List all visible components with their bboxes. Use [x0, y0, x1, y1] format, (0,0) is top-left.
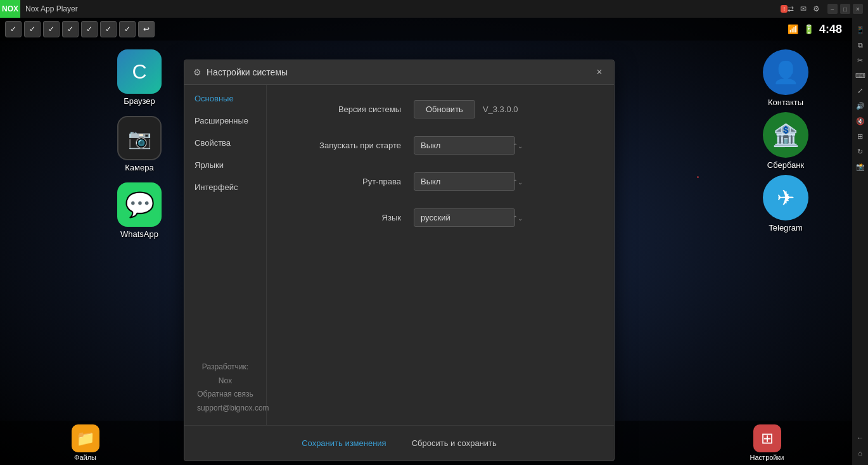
files-icon: 📁: [72, 424, 99, 452]
sidebar-phone-btn[interactable]: 📱: [853, 23, 867, 37]
checkbox-3[interactable]: ✓: [43, 21, 60, 37]
desktop-icons-left: C Браузер 📷 Камера 💬 WhatsApp: [114, 49, 165, 239]
checkbox-7[interactable]: ✓: [119, 21, 136, 37]
root-select[interactable]: Выкл Вкл: [414, 172, 515, 191]
checkbox-4[interactable]: ✓: [62, 21, 79, 37]
dialog-close-button[interactable]: ×: [594, 67, 605, 78]
emulator-taskbar-top: ✓ ✓ ✓ ✓ ✓ ✓ ✓ ↩ 📶 🔋 4:48: [0, 18, 852, 41]
language-select[interactable]: русский English 中文: [414, 208, 515, 227]
whatsapp-label: WhatsApp: [120, 229, 158, 239]
sidebar-keyboard-btn[interactable]: ⌨: [853, 68, 867, 82]
autostart-row: Запускать при старте Выкл Вкл: [287, 136, 594, 155]
checkbox-8[interactable]: ↩: [138, 21, 155, 37]
telegram-app[interactable]: ✈ Telegram: [757, 175, 814, 232]
app-logo: NOX: [0, 0, 20, 18]
checkbox-5[interactable]: ✓: [81, 21, 98, 37]
dialog-nav: Основные Расширенные Свойства Ярлыки Инт…: [184, 85, 267, 425]
sberbank-label: Сбербанк: [767, 160, 804, 170]
whatsapp-app[interactable]: 💬 WhatsApp: [114, 182, 165, 239]
sberbank-icon: 🏦: [763, 112, 808, 158]
notification-badge: !: [781, 5, 788, 13]
gear-icon: ⚙: [193, 67, 201, 77]
nav-properties[interactable]: Свойства: [184, 132, 266, 154]
nav-advanced[interactable]: Расширенные: [184, 110, 266, 132]
sidebar-volume-btn[interactable]: 🔊: [853, 99, 867, 113]
dialog-bottom-bar: Сохранить изменения Сбросить и сохранить: [184, 425, 614, 461]
language-label: Язык: [287, 213, 401, 222]
browser-app[interactable]: C Браузер: [114, 49, 165, 106]
titlebar: NOX Nox App Player ! ⇄ ✉ ⚙ − □ ×: [0, 0, 868, 18]
sidebar-home-btn[interactable]: ⌂: [853, 446, 867, 460]
titlebar-icons: ⇄ ✉ ⚙: [788, 4, 820, 13]
nav-basic[interactable]: Основные: [184, 87, 266, 110]
contacts-app[interactable]: 👤 Контакты: [757, 49, 814, 107]
sidebar-rotate-btn[interactable]: ↻: [853, 144, 867, 158]
right-sidebar: 📱 ⧉ ✂ ⌨ ⤢ 🔊 🔇 ⊞ ↻ 📸 ← ⌂: [852, 18, 868, 465]
contacts-label: Контакты: [768, 98, 803, 107]
window-controls: − □ ×: [827, 4, 863, 14]
emulator-area: ✓ ✓ ✓ ✓ ✓ ✓ ✓ ↩ 📶 🔋 4:48 C Браузер 📷 Кам…: [0, 18, 852, 465]
dialog-titlebar: ⚙ Настройки системы ×: [184, 60, 614, 85]
settings-icon[interactable]: ⚙: [813, 4, 820, 13]
dialog-body: Основные Расширенные Свойства Ярлыки Инт…: [184, 85, 614, 425]
contacts-icon: 👤: [763, 49, 808, 95]
sidebar-scissors-btn[interactable]: ✂: [853, 53, 867, 67]
checkbox-1[interactable]: ✓: [5, 21, 22, 37]
settings-app-icon: ⊞: [753, 424, 781, 452]
settings-taskbar-item[interactable]: ⊞ Настройки: [682, 421, 852, 465]
dialog-content: Версия системы Обновить V_3.3.0.0 Запуск…: [267, 85, 614, 425]
root-select-wrapper: Выкл Вкл: [414, 172, 528, 191]
whatsapp-icon: 💬: [117, 182, 162, 227]
telegram-label: Telegram: [769, 223, 802, 232]
root-row: Рут-права Выкл Вкл: [287, 172, 594, 191]
reset-button[interactable]: Сбросить и сохранить: [404, 435, 504, 452]
minimize-button[interactable]: −: [827, 4, 838, 14]
taskbar-checkboxes: ✓ ✓ ✓ ✓ ✓ ✓ ✓ ↩: [5, 21, 155, 37]
sync-icon[interactable]: ⇄: [788, 4, 794, 13]
sidebar-grid-btn[interactable]: ⊞: [853, 129, 867, 143]
battery-icon: 🔋: [803, 24, 814, 34]
time-display: 4:48: [819, 23, 842, 36]
language-row: Язык русский English 中文: [287, 208, 594, 227]
autostart-select[interactable]: Выкл Вкл: [414, 136, 515, 155]
dialog-title: Настройки системы: [207, 67, 594, 77]
camera-label: Камера: [125, 163, 153, 172]
autostart-select-wrapper: Выкл Вкл: [414, 136, 528, 155]
language-select-wrapper: русский English 中文: [414, 208, 528, 227]
version-controls: Обновить V_3.3.0.0: [414, 100, 518, 118]
sidebar-back-btn[interactable]: ←: [853, 431, 867, 445]
footer-developer: Разработчик: Nox: [197, 360, 253, 388]
camera-app[interactable]: 📷 Камера: [114, 116, 165, 172]
sidebar-camera-btn[interactable]: 📸: [853, 160, 867, 174]
save-button[interactable]: Сохранить изменения: [294, 435, 394, 452]
app-title: Nox App Player: [25, 4, 778, 13]
sidebar-expand-btn[interactable]: ⤢: [853, 84, 867, 98]
version-row: Версия системы Обновить V_3.3.0.0: [287, 100, 594, 118]
nav-interface[interactable]: Интерфейс: [184, 176, 266, 198]
version-label: Версия системы: [287, 105, 401, 114]
sidebar-mute-btn[interactable]: 🔇: [853, 114, 867, 128]
checkbox-2[interactable]: ✓: [24, 21, 41, 37]
root-label: Рут-права: [287, 177, 401, 186]
status-bar: 📶 🔋 4:48: [788, 23, 842, 36]
settings-label: Настройки: [750, 454, 784, 461]
browser-label: Браузер: [124, 96, 155, 106]
browser-icon: C: [117, 49, 162, 94]
version-value: V_3.3.0.0: [483, 105, 518, 114]
mail-icon[interactable]: ✉: [800, 4, 807, 13]
nav-shortcuts[interactable]: Ярлыки: [184, 154, 266, 176]
footer-feedback[interactable]: Обратная связь: [197, 388, 253, 402]
wifi-icon: 📶: [788, 24, 798, 34]
footer-email[interactable]: support@bignox.com: [197, 402, 253, 416]
sidebar-layers-btn[interactable]: ⧉: [853, 38, 867, 52]
close-button[interactable]: ×: [853, 4, 863, 14]
camera-icon: 📷: [117, 116, 162, 160]
checkbox-6[interactable]: ✓: [100, 21, 117, 37]
files-taskbar-item[interactable]: 📁 Файлы: [0, 421, 170, 465]
telegram-icon: ✈: [763, 175, 808, 220]
sberbank-app[interactable]: 🏦 Сбербанк: [757, 112, 814, 170]
maximize-button[interactable]: □: [840, 4, 850, 14]
update-button[interactable]: Обновить: [414, 100, 475, 118]
files-label: Файлы: [74, 454, 96, 461]
desktop-icons-right: 👤 Контакты 🏦 Сбербанк ✈ Telegram: [757, 49, 814, 232]
